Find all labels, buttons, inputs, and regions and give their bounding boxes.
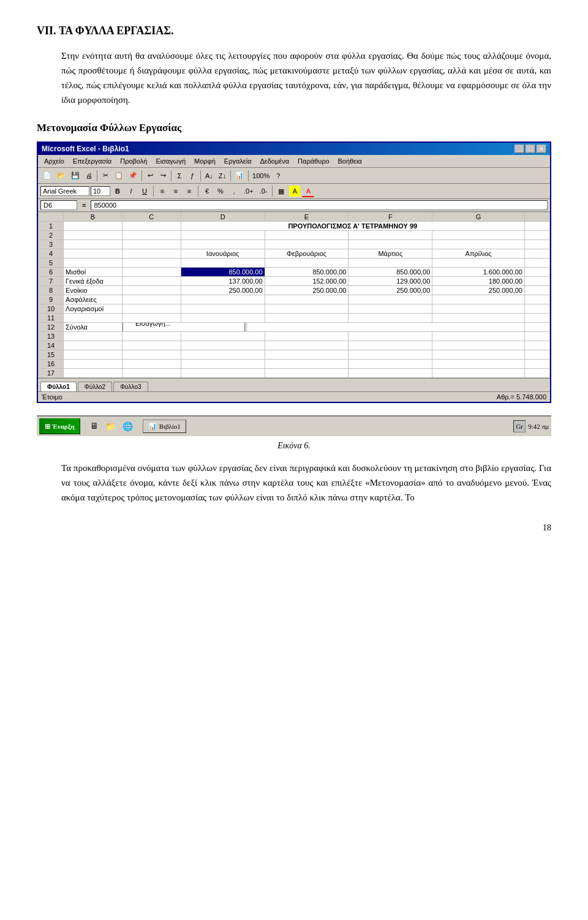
taskbar-icon-1[interactable]: 🖥: [88, 420, 101, 432]
underline-button[interactable]: U: [138, 185, 151, 197]
cell-f4[interactable]: Μάρτιος: [349, 249, 432, 258]
cell-e16[interactable]: [265, 360, 349, 369]
taskbar-lang-btn[interactable]: Gr: [513, 420, 526, 432]
currency-button[interactable]: €: [201, 185, 213, 197]
align-right-button[interactable]: ≡: [183, 185, 195, 197]
cell-d5[interactable]: [181, 258, 265, 268]
menu-format[interactable]: Μορφή: [190, 156, 219, 166]
cell-b5[interactable]: [64, 258, 123, 268]
cell-f13[interactable]: [349, 332, 432, 341]
menu-view[interactable]: Προβολή: [116, 156, 151, 166]
cell-b17[interactable]: [64, 369, 123, 378]
copy-button[interactable]: 📋: [112, 170, 126, 182]
cell-e17[interactable]: [265, 369, 349, 378]
menu-data[interactable]: Δεδομένα: [257, 156, 293, 166]
col-header-c[interactable]: C: [122, 213, 181, 222]
cell-f5[interactable]: [349, 258, 432, 268]
cell-e8[interactable]: 250.000,00: [265, 286, 349, 295]
cell-b14[interactable]: [64, 341, 123, 350]
cell-c9[interactable]: [122, 295, 181, 304]
col-header-f[interactable]: F: [349, 213, 432, 222]
cell-e6[interactable]: 850.000,00: [265, 268, 349, 277]
cell-g3[interactable]: [432, 240, 525, 249]
cell-g13[interactable]: [432, 332, 525, 341]
cell-e9[interactable]: [265, 295, 349, 304]
close-button[interactable]: ×: [537, 145, 546, 153]
cell-d2[interactable]: [181, 231, 265, 240]
cell-g14[interactable]: [432, 341, 525, 350]
cell-d15[interactable]: [181, 350, 265, 360]
cell-b6[interactable]: Μισθοί: [64, 268, 123, 277]
cut-button[interactable]: ✂: [99, 170, 111, 182]
context-menu-delete[interactable]: Διαγραφή: [123, 330, 244, 332]
align-center-button[interactable]: ≡: [170, 185, 182, 197]
cell-f7[interactable]: 129.000,00: [349, 277, 432, 286]
cell-b2[interactable]: [64, 231, 123, 240]
cell-c2[interactable]: [122, 231, 181, 240]
cell-c8[interactable]: [122, 286, 181, 295]
cell-d4[interactable]: Ιανουάριος: [181, 249, 265, 258]
cell-d7[interactable]: 137.000,00: [181, 277, 265, 286]
cell-d9[interactable]: [181, 295, 265, 304]
cell-f2[interactable]: [349, 231, 432, 240]
cell-c1[interactable]: [122, 222, 181, 231]
cell-f17[interactable]: [349, 369, 432, 378]
cell-g8[interactable]: 250.000,00: [432, 286, 525, 295]
sheet-tab-3[interactable]: Φύλλο3: [113, 382, 148, 391]
cell-d14[interactable]: [181, 341, 265, 350]
cell-g16[interactable]: [432, 360, 525, 369]
sheet-tab-1[interactable]: Φύλλο1: [40, 382, 77, 391]
cell-g4[interactable]: Απρίλιος: [432, 249, 525, 258]
taskbar-icon-3[interactable]: 🌐: [120, 420, 135, 432]
cell-c16[interactable]: [122, 360, 181, 369]
menu-insert[interactable]: Εισαγωγή: [152, 156, 189, 166]
maximize-button[interactable]: □: [526, 145, 535, 153]
col-header-e[interactable]: E: [265, 213, 349, 222]
cell-e3[interactable]: [265, 240, 349, 249]
chart-button[interactable]: 📊: [233, 170, 246, 182]
menu-window[interactable]: Παράθυρο: [294, 156, 333, 166]
cell-b8[interactable]: Ενοίκιο: [64, 286, 123, 295]
cell-e14[interactable]: [265, 341, 349, 350]
redo-button[interactable]: ↪: [157, 170, 169, 182]
cell-b15[interactable]: [64, 350, 123, 360]
menu-help[interactable]: Βοήθεια: [334, 156, 366, 166]
cell-f9[interactable]: [349, 295, 432, 304]
cell-g11[interactable]: [432, 314, 525, 323]
cell-d10[interactable]: [181, 304, 265, 314]
percent-button[interactable]: %: [214, 185, 227, 197]
decrease-decimal-button[interactable]: .0-: [257, 185, 270, 197]
cell-d3[interactable]: [181, 240, 265, 249]
sheet-tab-2[interactable]: Φύλλο2: [78, 382, 112, 391]
cell-c3[interactable]: [122, 240, 181, 249]
cell-f10[interactable]: [349, 304, 432, 314]
menu-file[interactable]: Αρχείο: [40, 156, 68, 166]
font-size-selector[interactable]: [91, 186, 110, 196]
cell-c17[interactable]: [122, 369, 181, 378]
cell-b13[interactable]: [64, 332, 123, 341]
cell-e4[interactable]: Φεβρουάριος: [265, 249, 349, 258]
increase-decimal-button[interactable]: .0+: [241, 185, 256, 197]
cell-b10[interactable]: Λογαριασμοί: [64, 304, 123, 314]
cell-c11[interactable]: [122, 314, 181, 323]
cell-d17[interactable]: [181, 369, 265, 378]
cell-b4[interactable]: [64, 249, 123, 258]
cell-c13[interactable]: [122, 332, 181, 341]
cell-g2[interactable]: [432, 231, 525, 240]
cell-e11[interactable]: [265, 314, 349, 323]
autosum-button[interactable]: Σ: [173, 170, 186, 182]
menu-edit[interactable]: Επεξεργασία: [69, 156, 115, 166]
start-button[interactable]: ⊞ Έναρξη: [39, 418, 80, 434]
italic-button[interactable]: I: [125, 185, 137, 197]
comma-button[interactable]: ,: [228, 185, 240, 197]
cell-c6[interactable]: [122, 268, 181, 277]
cell-b1[interactable]: [64, 222, 123, 231]
cell-g9[interactable]: [432, 295, 525, 304]
col-header-g[interactable]: G: [432, 213, 525, 222]
cell-d6[interactable]: 850.000,00: [181, 268, 265, 277]
cell-g10[interactable]: [432, 304, 525, 314]
help-button[interactable]: ?: [272, 170, 284, 182]
cell-b11[interactable]: [64, 314, 123, 323]
cell-d11[interactable]: [181, 314, 265, 323]
undo-button[interactable]: ↩: [144, 170, 156, 182]
